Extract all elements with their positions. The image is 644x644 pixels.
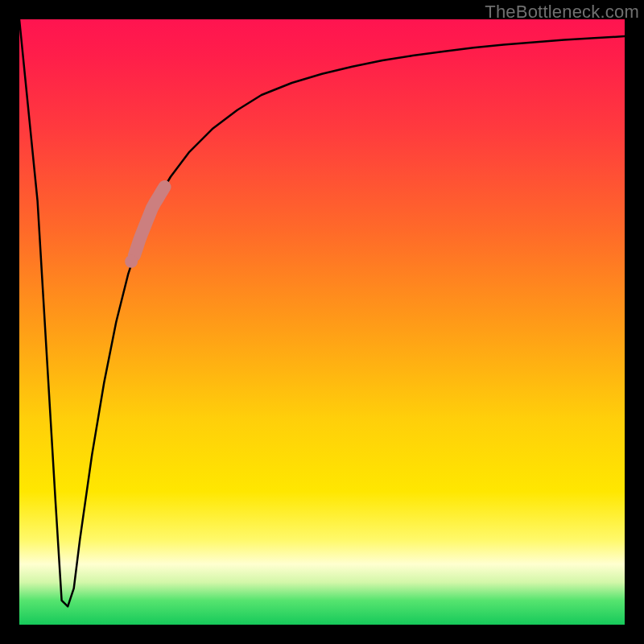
bottleneck-curve [19,19,625,606]
chart-frame: TheBottleneck.com [0,0,644,644]
highlight-segment [134,187,165,255]
curve-svg [19,19,625,625]
plot-area [19,19,625,625]
highlight-dot [125,255,138,268]
